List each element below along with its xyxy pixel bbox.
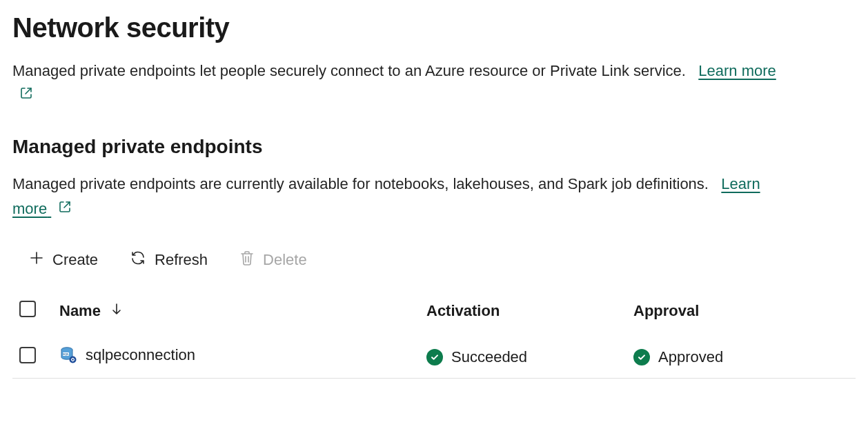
- column-header-activation[interactable]: Activation: [418, 292, 625, 337]
- create-label: Create: [52, 251, 98, 269]
- learn-more-link[interactable]: Learn more: [698, 62, 776, 79]
- page-title: Network security: [12, 12, 856, 43]
- external-link-icon: [58, 197, 72, 221]
- refresh-icon: [130, 250, 146, 270]
- plus-icon: [29, 250, 44, 270]
- svg-text:SQL: SQL: [63, 352, 70, 356]
- checkmark-circle-icon: [426, 349, 443, 365]
- column-header-name[interactable]: Name: [59, 302, 123, 320]
- arrow-down-icon: [110, 302, 123, 320]
- activation-label: Succeeded: [451, 348, 527, 366]
- refresh-button[interactable]: Refresh: [130, 250, 208, 270]
- section-description: Managed private endpoints are currently …: [12, 172, 792, 220]
- endpoint-name-cell[interactable]: SQL sqlpeconnection: [59, 346, 195, 364]
- checkmark-circle-icon: [633, 349, 650, 365]
- approval-label: Approved: [658, 348, 723, 366]
- activation-status: Succeeded: [426, 348, 527, 366]
- external-link-icon: [19, 83, 33, 107]
- delete-button: Delete: [239, 250, 307, 270]
- page-description: Managed private endpoints let people sec…: [12, 59, 792, 107]
- name-header-label: Name: [59, 302, 101, 320]
- table-row: SQL sqlpeconnection: [12, 337, 856, 379]
- section-title: Managed private endpoints: [12, 136, 856, 158]
- svg-point-3: [70, 356, 77, 363]
- column-header-approval[interactable]: Approval: [625, 292, 856, 337]
- endpoints-table: Name Activation Approval: [12, 292, 856, 379]
- row-checkbox[interactable]: [19, 347, 36, 363]
- delete-label: Delete: [263, 251, 307, 269]
- refresh-label: Refresh: [155, 251, 208, 269]
- page-description-text: Managed private endpoints let people sec…: [12, 62, 686, 79]
- toolbar: Create Refresh Delete: [12, 250, 856, 270]
- sql-database-icon: SQL: [59, 346, 77, 364]
- trash-icon: [239, 250, 255, 270]
- approval-status: Approved: [633, 348, 723, 366]
- endpoint-name: sqlpeconnection: [86, 346, 195, 364]
- table-header-row: Name Activation Approval: [12, 292, 856, 337]
- learn-more-text: Learn more: [698, 62, 776, 79]
- select-all-checkbox[interactable]: [19, 301, 36, 317]
- section-description-text: Managed private endpoints are currently …: [12, 175, 709, 192]
- create-button[interactable]: Create: [29, 250, 98, 270]
